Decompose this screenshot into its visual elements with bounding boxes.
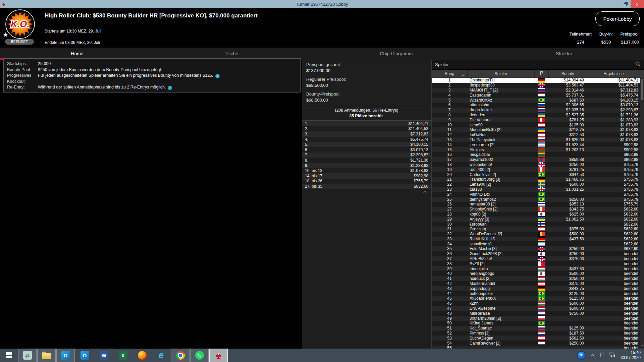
window-titlebar[interactable]: ♠ Turnier 2967412720 Lobby x bbox=[0, 0, 644, 8]
taskbar-icon-whatsapp[interactable] bbox=[190, 349, 209, 362]
table-row[interactable]: 40herojangbogo$500,00beendet bbox=[432, 271, 644, 276]
clock[interactable]: 15:40 30.07.2020 bbox=[621, 350, 641, 360]
scroll-down-icon[interactable] bbox=[640, 342, 644, 348]
table-row[interactable]: 23tua133$1.031,25$755,79 bbox=[432, 187, 644, 192]
start-button[interactable] bbox=[0, 349, 18, 362]
table-row[interactable]: 14jeremaroto [2]$1.523,44$902,98 bbox=[432, 142, 644, 147]
column-header-flag[interactable] bbox=[534, 70, 548, 78]
table-row[interactable]: 31Grozzorg$875,00$632,60 bbox=[432, 227, 644, 232]
table-row[interactable]: 41noirduck [2]$250,00beendet bbox=[432, 276, 644, 281]
table-row[interactable]: 27ShippityShip [2]$343,75$632,60 bbox=[432, 207, 644, 212]
help-icon[interactable]: ? bbox=[577, 351, 586, 360]
table-row[interactable]: 2despedespi33$3.563,47$11.404,53 bbox=[432, 83, 644, 88]
table-row[interactable]: 9Die Ventura$781,25$1.288,93 bbox=[432, 117, 644, 122]
table-row[interactable]: 18wisopekeño!$250,00$755,79 bbox=[432, 162, 644, 167]
search-icon[interactable] bbox=[635, 61, 641, 68]
table-row[interactable]: 34ivanvilchez8$632,60 bbox=[432, 241, 644, 246]
table-row[interactable]: 6uttamsinha$2.306,65$3.070,13 bbox=[432, 103, 644, 108]
column-header-bounty[interactable]: Bounty bbox=[548, 70, 587, 78]
column-header-player[interactable]: Spieler bbox=[467, 70, 534, 78]
taskbar-icon-firefox[interactable] bbox=[133, 349, 151, 362]
table-row[interactable]: 11MountainRo$e [2]$218,75$1.078,83 bbox=[432, 127, 644, 132]
player-search-field[interactable]: Spieler bbox=[432, 60, 644, 70]
table-row[interactable]: 47Dhr. Awesome$500,00beendet bbox=[432, 306, 644, 311]
table-row[interactable]: 46kZhh$500,00beendet bbox=[432, 301, 644, 306]
player-name: RUMUKULUS bbox=[467, 237, 534, 241]
tab-tische[interactable]: Tische bbox=[154, 48, 309, 60]
table-row[interactable]: 10klem90$125,00$1.078,83 bbox=[432, 122, 644, 127]
taskbar-icon-outlook2[interactable]: O bbox=[75, 349, 94, 362]
table-row[interactable]: 16necgaidziai$902,98 bbox=[432, 152, 644, 157]
table-row[interactable]: 42Mastermandel$375,00beendet bbox=[432, 281, 644, 286]
pokerstars-icon: ♠★ bbox=[214, 351, 223, 360]
poker-lobby-button[interactable]: Poker-Lobby bbox=[595, 11, 640, 26]
taskbar-icon-excel[interactable]: X bbox=[114, 349, 132, 362]
table-row[interactable]: 13ThePateychuk$1.625,00$1.078,83 bbox=[432, 137, 644, 142]
players-scrollbar[interactable] bbox=[640, 78, 644, 349]
table-row[interactable]: 30€urop€an$632,60 bbox=[432, 222, 644, 227]
taskbar-icon-pokerstars[interactable]: ♠★ bbox=[209, 349, 228, 362]
tab-chip-diagramm[interactable]: Chip-Diagramm bbox=[309, 48, 484, 60]
taskbar-icon-word[interactable]: W bbox=[95, 349, 113, 362]
restore-button[interactable] bbox=[621, 0, 631, 8]
tab-home[interactable]: Home bbox=[0, 48, 154, 60]
table-row[interactable]: 15Alexgirs$1.203,13$902,98 bbox=[432, 147, 644, 152]
table-row[interactable]: 21Frankfurt Jörg [3]$1.468,75$755,79 bbox=[432, 177, 644, 182]
table-row[interactable]: 43pappadogg$843,75beendet bbox=[432, 286, 644, 291]
table-row[interactable]: 49300farm20min [2]beendet bbox=[432, 316, 644, 321]
player-rank: 21 bbox=[432, 177, 467, 182]
table-row[interactable]: 37AfRoBiZzLe!$375,00beendet bbox=[432, 256, 644, 261]
table-row[interactable]: 48MinReraise$750,00beendet bbox=[432, 311, 644, 316]
player-flag bbox=[534, 158, 548, 162]
scrollbar-thumb[interactable] bbox=[641, 79, 643, 100]
table-row[interactable]: 4Easterdamn$5.737,31$5.475,74 bbox=[432, 93, 644, 98]
taskbar-icon-chrome[interactable] bbox=[171, 349, 190, 362]
taskbar-icon-outlook[interactable]: O bbox=[56, 349, 75, 362]
taskbar-icon-ie[interactable]: e bbox=[152, 349, 170, 362]
table-row[interactable]: 50KKing Jamesbeendet bbox=[432, 321, 644, 326]
table-row[interactable]: 24VitinhO Dzi$755,79 bbox=[432, 192, 644, 197]
info-icon[interactable]: i bbox=[168, 86, 172, 90]
column-header-results[interactable]: Ergebnisse bbox=[587, 70, 640, 78]
taskbar-icon-explorer[interactable] bbox=[37, 349, 56, 362]
info-icon[interactable]: i bbox=[215, 74, 220, 78]
table-row[interactable]: 54CalmRevolver [2]$250,00beendet bbox=[432, 341, 644, 346]
table-row[interactable]: 12ImDaNuts$312,50$1.078,83 bbox=[432, 132, 644, 137]
table-row[interactable]: 26ramastar88 [2]$953,13$755,79 bbox=[432, 202, 644, 207]
table-row[interactable]: 22Lena900 [2]$500,00$755,79 bbox=[432, 182, 644, 187]
table-row[interactable]: 25dennysramos2$250,00$755,79 bbox=[432, 197, 644, 202]
table-row[interactable]: 55beendet bbox=[432, 346, 644, 349]
table-row[interactable]: 29Anjeyyy [3]$1.062,50$632,60 bbox=[432, 217, 644, 222]
payout-scroll-up[interactable] bbox=[302, 189, 431, 193]
table-row[interactable]: 32WoutDeBreuck [2]$500,00$632,60 bbox=[432, 232, 644, 237]
table-row[interactable]: 44botteonpoker$125,00beendet bbox=[432, 291, 644, 296]
table-row[interactable]: 39trionojnika$437,50beendet bbox=[432, 266, 644, 271]
table-row[interactable]: 33RUMUKULUS$437,50$632,60 bbox=[432, 237, 644, 242]
table-row[interactable]: 8dedaden$2.527,35$1.721,36 bbox=[432, 113, 644, 118]
table-row[interactable]: 7drupa-lucker$2.035,16$2.298,87 bbox=[432, 108, 644, 113]
table-row[interactable]: 53SuchADegen$562,50beendet bbox=[432, 336, 644, 341]
table-row[interactable]: 5WizardOffAz$687,50$4.100,15 bbox=[432, 98, 644, 103]
table-row[interactable]: 35Fold Machiii [3]$250,00$632,60 bbox=[432, 246, 644, 251]
table-row[interactable]: 20Carlos levis [2]$644,53$755,79 bbox=[432, 172, 644, 177]
table-row[interactable]: 28kbp00 [2]$625,00$632,60 bbox=[432, 212, 644, 217]
tab-struktur[interactable]: Struktur bbox=[484, 48, 644, 60]
table-row[interactable]: 38SvZff [2]beendet bbox=[432, 261, 644, 266]
network-icon[interactable] bbox=[609, 352, 615, 359]
table-row[interactable]: 36GoodLuck2968 [2]$250,00beendet bbox=[432, 251, 644, 256]
table-row[interactable]: 51Kot_Spartac$125,00beendet bbox=[432, 326, 644, 331]
close-button[interactable]: x bbox=[631, 0, 644, 8]
hidden-icons-chevron[interactable] bbox=[591, 352, 595, 358]
payout-amount: $902,98 bbox=[414, 174, 428, 178]
table-row[interactable]: 52Pimmss [3]$187,50beendet bbox=[432, 331, 644, 336]
table-row[interactable]: 3MAMOHT_T [2]$2.314,46$7.312,83 bbox=[432, 88, 644, 93]
table-row[interactable]: 17bayaraa1002$859,38$902,98 bbox=[432, 157, 644, 162]
table-row[interactable]: 1ChiphunterTH$14.394,49$11.404,71 bbox=[432, 78, 644, 83]
minimize-button[interactable] bbox=[610, 0, 621, 8]
table-row[interactable]: 19roo_400 [2]$781,25$755,79 bbox=[432, 167, 644, 172]
action-center-flag-icon[interactable] bbox=[600, 352, 604, 358]
column-header-rank[interactable]: Rang bbox=[432, 70, 467, 78]
table-row[interactable]: 45XxJoaoFeraxX$125,00beendet bbox=[432, 296, 644, 301]
payout-amount: $4.100,15 bbox=[411, 142, 428, 147]
taskbar-icon-sync[interactable]: ⇄ bbox=[18, 349, 37, 362]
